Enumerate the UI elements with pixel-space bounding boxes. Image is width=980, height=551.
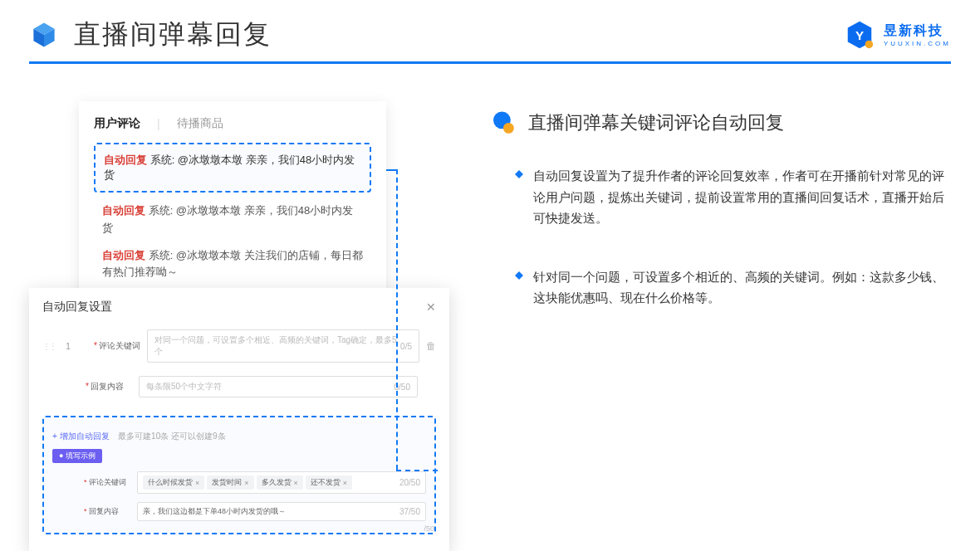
- keyword-tag[interactable]: 发货时间×: [207, 475, 253, 490]
- add-auto-reply-link[interactable]: + 增加自动回复: [52, 432, 110, 441]
- example-content-label: *回复内容: [84, 506, 130, 517]
- keyword-tag[interactable]: 多久发货×: [257, 475, 303, 490]
- right-column: 直播间弹幕关键词评论自动回复 自动回复设置为了提升作者的评论回复效率，作者可在开…: [490, 101, 951, 508]
- diamond-bullet-icon: [515, 271, 523, 280]
- keyword-row: ⋮⋮ 1 *评论关键词 对同一个问题，可设置多个相近、高频的关键词，Tag确定，…: [42, 323, 436, 369]
- header-left: 直播间弹幕回复: [29, 17, 272, 53]
- bullet-1-text: 自动回复设置为了提升作者的评论回复效率，作者可在开播前针对常见的评论用户问题，提…: [533, 165, 951, 229]
- example-tags: 什么时候发货×发货时间×多久发货×还不发货×: [143, 475, 355, 490]
- brand-logo: Y 昱新科技 YUUXIN.COM: [844, 19, 951, 51]
- chat-bubble-icon: [490, 110, 517, 136]
- content-row: *回复内容 每条限50个中文字符 0/50: [42, 369, 436, 404]
- example-keyword-counter: 20/50: [399, 478, 420, 487]
- brand-name-cn: 昱新科技: [884, 22, 951, 40]
- connector-line-v: [396, 169, 398, 470]
- heading-text: 直播间弹幕关键词评论自动回复: [528, 110, 784, 135]
- keyword-input[interactable]: 对同一个问题，可设置多个相近、高频的关键词，Tag确定，最多5个 0/5: [147, 329, 419, 363]
- example-block: + 增加自动回复 最多可建10条 还可以创建9条 ● 填写示例 *评论关键词 什…: [42, 416, 436, 534]
- content-input[interactable]: 每条限50个中文字符 0/50: [139, 376, 418, 397]
- auto-reply-modal: 自动回复设置 ✕ ⋮⋮ 1 *评论关键词 对同一个问题，可设置多个相近、高频的关…: [29, 288, 449, 551]
- add-hint: 最多可建10条 还可以创建9条: [118, 432, 225, 441]
- tab-pending-products[interactable]: 待播商品: [177, 116, 223, 131]
- example-keyword-label: *评论关键词: [84, 477, 130, 488]
- left-column: 用户评论 | 待播商品 自动回复 系统: @冰墩墩本墩 亲亲，我们48小时内发货…: [29, 101, 461, 508]
- example-keyword-input[interactable]: 什么时候发货×发货时间×多久发货×还不发货× 20/50: [137, 471, 426, 494]
- highlighted-comment: 自动回复 系统: @冰墩墩本墩 亲亲，我们48小时内发货: [94, 143, 371, 193]
- page-header: 直播间弹幕回复 Y 昱新科技 YUUXIN.COM: [0, 0, 980, 61]
- diamond-bullet-icon: [515, 170, 523, 178]
- drag-handle-icon[interactable]: ⋮⋮: [42, 342, 56, 351]
- bullet-2-text: 针对同一个问题，可设置多个相近的、高频的关键词。例如：这款多少钱、这块能优惠吗、…: [533, 266, 951, 309]
- page-title: 直播间弹幕回复: [74, 17, 272, 53]
- keyword-tag[interactable]: 还不发货×: [306, 475, 352, 490]
- example-content-input[interactable]: 亲，我们这边都是下单48小时内发货的哦～ 37/50: [137, 502, 426, 521]
- section-heading: 直播间弹幕关键词评论自动回复: [490, 110, 951, 136]
- comment-tabs: 用户评论 | 待播商品: [94, 116, 371, 143]
- svg-marker-9: [515, 271, 523, 280]
- svg-marker-8: [515, 170, 523, 178]
- tab-divider: |: [157, 117, 160, 130]
- connector-line-h1: [386, 169, 396, 171]
- comment-panel: 用户评论 | 待播商品 自动回复 系统: @冰墩墩本墩 亲亲，我们48小时内发货…: [79, 101, 386, 306]
- brand-name-en: YUUXIN.COM: [884, 40, 951, 47]
- svg-point-7: [503, 123, 514, 134]
- extra-counter: /50: [424, 524, 434, 533]
- svg-point-5: [865, 41, 874, 49]
- tab-user-comments[interactable]: 用户评论: [94, 116, 140, 131]
- content-placeholder: 每条限50个中文字符: [146, 381, 222, 393]
- bullet-1: 自动回复设置为了提升作者的评论回复效率，作者可在开播前针对常见的评论用户问题，提…: [490, 165, 951, 229]
- modal-title: 自动回复设置: [42, 300, 112, 315]
- example-content-counter: 37/50: [399, 507, 420, 516]
- close-icon[interactable]: ✕: [426, 300, 436, 314]
- trash-icon[interactable]: 🗑: [426, 340, 436, 352]
- row-index: 1: [62, 342, 74, 351]
- keyword-placeholder: 对同一个问题，可设置多个相近、高频的关键词，Tag确定，最多5个: [154, 334, 400, 358]
- auto-reply-tag: 自动回复: [104, 154, 147, 166]
- example-keyword-row: *评论关键词 什么时候发货×发货时间×多久发货×还不发货× 20/50: [52, 471, 426, 494]
- example-content-text: 亲，我们这边都是下单48小时内发货的哦～: [143, 506, 286, 517]
- comment-line-3: 自动回复 系统: @冰墩墩本墩 关注我们的店铺，每日都有热门推荐呦～: [94, 237, 371, 282]
- auto-reply-tag: 自动回复: [102, 204, 145, 217]
- svg-text:Y: Y: [855, 28, 864, 42]
- example-content-row: *回复内容 亲，我们这边都是下单48小时内发货的哦～ 37/50: [52, 502, 426, 521]
- keyword-label: *评论关键词: [94, 340, 140, 352]
- bullet-2: 针对同一个问题，可设置多个相近的、高频的关键词。例如：这款多少钱、这块能优惠吗、…: [490, 266, 951, 309]
- example-badge: ● 填写示例: [52, 449, 102, 463]
- auto-reply-tag: 自动回复: [102, 249, 145, 261]
- content-label: *回复内容: [86, 381, 132, 393]
- cube-icon: [29, 20, 59, 50]
- comment-line-2: 自动回复 系统: @冰墩墩本墩 亲亲，我们48小时内发货: [94, 193, 371, 237]
- connector-line-h2: [396, 470, 438, 471]
- keyword-tag[interactable]: 什么时候发货×: [143, 475, 204, 490]
- brand-hexagon-icon: Y: [844, 19, 875, 51]
- keyword-counter: 0/5: [400, 342, 412, 351]
